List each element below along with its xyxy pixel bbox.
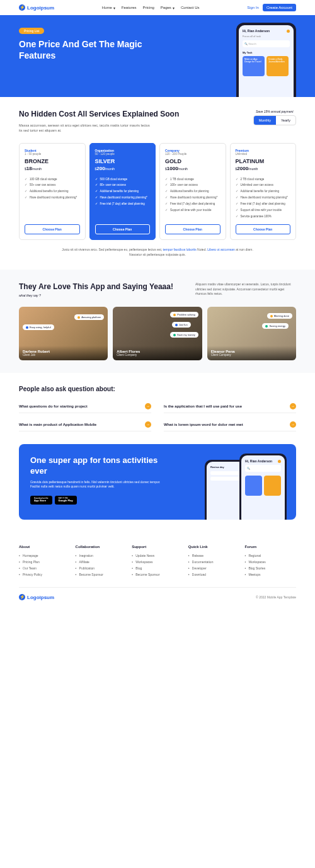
logo-icon: ⚡ bbox=[19, 594, 25, 600]
create-account-button[interactable]: Create Account bbox=[263, 4, 296, 11]
arrow-icon: → bbox=[290, 421, 296, 428]
faq-question: What is lorem ipsum word for dolor met m… bbox=[164, 423, 243, 426]
nav-features[interactable]: Features bbox=[122, 6, 137, 10]
plan-feature: 1 TB cloud storage bbox=[165, 176, 220, 183]
testimonials-sub: what they say ? bbox=[19, 294, 173, 297]
plan-price: $2000/month bbox=[236, 166, 291, 171]
nav-pages[interactable]: Pages ▾ bbox=[161, 6, 175, 10]
logo-text: Logoipsum bbox=[27, 5, 54, 11]
app-store-button[interactable]: Download on theApp Store bbox=[30, 496, 52, 505]
plan-feature: Support all time with your trouble bbox=[236, 207, 291, 214]
plan-feature: 80+ user can access bbox=[95, 182, 151, 188]
plan-silver: Organization 50 - 120 people SILVER $200… bbox=[89, 143, 156, 241]
sign-in-link[interactable]: Sign In bbox=[247, 6, 259, 9]
cta-title: One super app for tons activities ever bbox=[30, 455, 169, 476]
faq-section: People also ask question about: What que… bbox=[0, 373, 315, 444]
footer-link[interactable]: Download bbox=[188, 571, 240, 578]
footer-link[interactable]: Affiliate bbox=[76, 559, 127, 565]
testimonial-role: Client Company bbox=[211, 353, 292, 357]
faq-item[interactable]: What questions do for starting project→ bbox=[19, 400, 151, 413]
plan-feature: Support all time with your trouble bbox=[165, 207, 220, 214]
plan-feature: Additional benefits for planning bbox=[25, 188, 80, 195]
arrow-icon: → bbox=[145, 403, 151, 409]
footer-link[interactable]: Publication bbox=[76, 565, 127, 571]
testimonials-desc: Aliquam mattis vitae ullamcorper et vene… bbox=[195, 282, 296, 297]
footer-link[interactable]: Our Team bbox=[19, 565, 71, 571]
footer-link[interactable]: Developer bbox=[188, 565, 240, 571]
footer-link[interactable]: Blog bbox=[132, 565, 183, 571]
plan-feature: Service guarantee 100% bbox=[236, 214, 291, 220]
plan-feature: Free trial (7 day) after deal planning bbox=[95, 201, 151, 207]
footer-link[interactable]: Privacy Policy bbox=[19, 571, 71, 578]
testimonial-card: Amazing platform Easy using, helpful Dar… bbox=[19, 307, 108, 360]
plan-name: GOLD bbox=[165, 158, 220, 164]
footer-logo[interactable]: ⚡ Logoipsum bbox=[19, 594, 54, 600]
footer-col: CollaborationInegrationAffiliatePublicat… bbox=[76, 545, 127, 578]
testimonial-role: Client Job bbox=[23, 353, 104, 357]
plan-price: $200/month bbox=[95, 166, 151, 171]
footer-link[interactable]: Pricing Plan bbox=[19, 559, 71, 565]
monthly-toggle[interactable]: Monthly bbox=[254, 116, 276, 125]
phone-greeting: Hi, Rian Anderson bbox=[243, 29, 270, 33]
footer-link[interactable]: Documentation bbox=[188, 559, 240, 565]
logo[interactable]: ⚡ Logoipsum bbox=[19, 4, 54, 11]
arrow-icon: → bbox=[145, 421, 151, 428]
faq-item[interactable]: Is the application that I will use paid … bbox=[164, 400, 296, 413]
plan-features: 100 GB cloud storage50+ user can accessA… bbox=[25, 176, 80, 220]
plan-feature: 50+ user can access bbox=[25, 182, 80, 188]
bubble: Amazing platform bbox=[74, 314, 104, 320]
faq-item[interactable]: What is main product of Application Mobi… bbox=[19, 418, 151, 431]
plan-feature: 100+ user can access bbox=[165, 182, 220, 188]
faq-question: What is main product of Application Mobi… bbox=[19, 423, 96, 426]
billing-toggle: Monthly Yearly bbox=[253, 115, 296, 125]
nav-contact[interactable]: Contact Us bbox=[181, 6, 200, 10]
footer-col-title: Collaboration bbox=[76, 545, 127, 549]
testimonials-title: They Are Love This App and Saying Yeaaa! bbox=[19, 282, 173, 292]
plan-feature: Have dashboard monitoring planning* bbox=[25, 195, 80, 201]
footnote-link-2[interactable]: Libero ut accumsan bbox=[207, 248, 235, 251]
plan-features: 500 GB cloud storage80+ user can accessA… bbox=[95, 176, 151, 220]
footer-col-title: About bbox=[19, 545, 71, 549]
bubble: Just fun bbox=[172, 322, 191, 328]
faq-item[interactable]: What is lorem ipsum word for dolor met m… bbox=[164, 418, 296, 431]
footer-link[interactable]: Inegration bbox=[76, 552, 127, 559]
choose-plan-button[interactable]: Choose Plan bbox=[95, 224, 151, 234]
bubble: Problem solving bbox=[170, 312, 198, 317]
pricing-title: No Hidden Cost All Services Explained So… bbox=[19, 110, 179, 119]
pricing-pill: Pricing List bbox=[19, 28, 44, 34]
choose-plan-button[interactable]: Choose Plan bbox=[25, 224, 80, 234]
choose-plan-button[interactable]: Choose Plan bbox=[236, 224, 291, 234]
footer-link[interactable]: Homepage bbox=[19, 552, 71, 559]
footer-link[interactable]: Meetups bbox=[244, 571, 296, 578]
footer-link[interactable]: Workspaces bbox=[132, 559, 183, 565]
choose-plan-button[interactable]: Choose Plan bbox=[165, 224, 220, 234]
nav-home[interactable]: Home ▾ bbox=[102, 6, 115, 10]
arrow-icon: → bbox=[290, 403, 296, 409]
plan-features: 1 TB cloud storage100+ user can accessAd… bbox=[165, 176, 220, 220]
plan-feature: Have dashboard monitoring planning* bbox=[236, 195, 291, 201]
plan-people: 50 - 120 people bbox=[95, 152, 151, 156]
footer-link[interactable]: Workspaces bbox=[244, 559, 296, 565]
footer-link[interactable]: Become Sponsor bbox=[76, 571, 127, 578]
play-store-button[interactable]: GET IT ONGoogle Play bbox=[55, 496, 77, 505]
nav-pricing[interactable]: Pricing bbox=[143, 6, 154, 10]
footer-link[interactable]: Release bbox=[188, 552, 240, 559]
header-actions: Sign In Create Account bbox=[247, 4, 296, 11]
task-card-2: Create a Daily Journal Activities bbox=[266, 56, 289, 76]
bubble: Meeting done bbox=[267, 313, 292, 319]
footer-col: SupportUpdate NewsWorkspacesBlogBecome S… bbox=[132, 545, 183, 578]
footer-col: AboutHomepagePricing PlanOur TeamPrivacy… bbox=[19, 545, 71, 578]
plan-features: 2 TB cloud storageUnlimited user can acc… bbox=[236, 176, 291, 220]
yearly-toggle[interactable]: Yearly bbox=[276, 116, 295, 125]
plan-feature: Have dashboard monitoring planning* bbox=[165, 195, 220, 201]
footer-link[interactable]: Regional bbox=[244, 552, 296, 559]
footer-col-title: Forum bbox=[244, 545, 296, 549]
footnote-link-1[interactable]: tempor faucibus lobortis bbox=[163, 248, 197, 251]
faq-question: Is the application that I will use paid … bbox=[164, 404, 242, 408]
footer-col-title: Support bbox=[132, 545, 183, 549]
hero: Pricing List One Price And Get The Magic… bbox=[0, 15, 315, 97]
footer-link[interactable]: Blog Stories bbox=[244, 565, 296, 571]
cta-desc: Gravida duis pellentesque hendrerit in f… bbox=[30, 480, 163, 489]
footer-link[interactable]: Become Sponsor bbox=[132, 571, 183, 578]
footer-link[interactable]: Update News bbox=[132, 552, 183, 559]
